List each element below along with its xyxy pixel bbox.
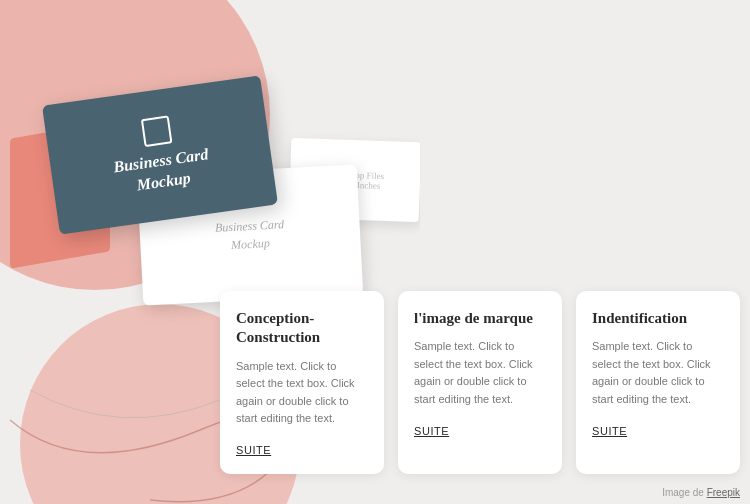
card-main-title: Business CardMockup [112, 145, 212, 199]
card-title-2: Indentification [592, 309, 724, 329]
attribution-link[interactable]: Freepik [707, 487, 740, 498]
card-body-1: Sample text. Click to select the text bo… [414, 338, 546, 408]
content-card-2: Indentification Sample text. Click to se… [576, 291, 740, 474]
card-body-2: Sample text. Click to select the text bo… [592, 338, 724, 408]
attribution: Image de Freepik [662, 487, 740, 498]
card-title-1: l'image de marque [414, 309, 546, 329]
card-link-0[interactable]: SUITE [236, 444, 271, 456]
card-main-content: Business CardMockup [107, 111, 212, 199]
attribution-label: Image de [662, 487, 704, 498]
card-body-0: Sample text. Click to select the text bo… [236, 358, 368, 428]
card-link-2[interactable]: SUITE [592, 425, 627, 437]
card-link-1[interactable]: SUITE [414, 425, 449, 437]
card-main-icon [141, 116, 173, 148]
content-card-1: l'image de marque Sample text. Click to … [398, 291, 562, 474]
cards-row: Conception-Construction Sample text. Cli… [220, 291, 740, 474]
content-card-0: Conception-Construction Sample text. Cli… [220, 291, 384, 474]
card-title-0: Conception-Construction [236, 309, 368, 348]
card-secondary-content: Business CardMockup [214, 215, 285, 255]
